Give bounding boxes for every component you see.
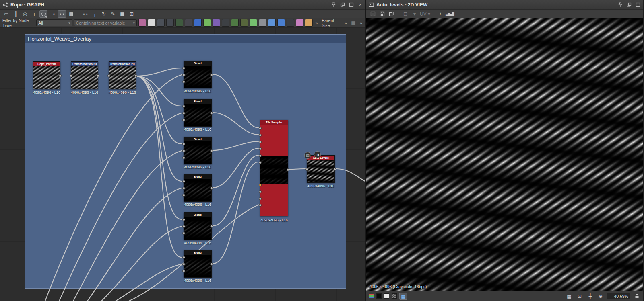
copy-image-icon[interactable]: [387, 10, 395, 18]
output-connector[interactable]: [134, 74, 137, 77]
output-connector[interactable]: [59, 74, 62, 77]
output-connector[interactable]: [210, 225, 213, 228]
quick-view-doc-icon[interactable]: ▤: [304, 152, 311, 159]
input-connector[interactable]: [182, 74, 185, 76]
filter-gradient-map-icon[interactable]: [194, 19, 202, 27]
transform-tool-icon[interactable]: ⊡: [401, 10, 409, 18]
comment-icon[interactable]: ▤: [67, 10, 75, 18]
filter-curve-icon[interactable]: [175, 19, 183, 27]
filter-uniform-color-icon[interactable]: [138, 19, 146, 27]
input-connector[interactable]: [259, 154, 262, 157]
node-transformation-2d[interactable]: Transformation 2D: [109, 61, 136, 89]
node-blend[interactable]: Blend: [184, 250, 212, 278]
filter-directional-warp-icon[interactable]: [166, 19, 174, 27]
filter-warning-icon[interactable]: [305, 19, 313, 27]
output-connector[interactable]: [210, 187, 213, 190]
input-connector[interactable]: [182, 270, 185, 272]
input-connector[interactable]: [182, 180, 185, 183]
input-connector[interactable]: [182, 218, 185, 221]
search-text-dropdown[interactable]: Containing text or variable ▾: [74, 19, 137, 26]
input-connector[interactable]: [182, 143, 185, 145]
save-image-icon[interactable]: [378, 10, 386, 18]
highlighted-input-connector[interactable]: [259, 184, 262, 186]
overflow-chevron[interactable]: »: [359, 20, 363, 25]
input-connector[interactable]: [259, 134, 262, 137]
frame-header[interactable]: Horizontal_Weave_Overlay: [25, 35, 346, 43]
filter-normal-icon[interactable]: [250, 19, 257, 27]
elbow-link-icon[interactable]: ┐: [91, 10, 99, 18]
node-transformation-2d[interactable]: Transformation 2D: [71, 61, 98, 89]
output-connector[interactable]: [210, 263, 213, 266]
transform-dropdown-icon[interactable]: ▾: [411, 10, 419, 18]
input-connector[interactable]: [259, 127, 262, 130]
filter-hsl-icon[interactable]: [213, 19, 220, 27]
filter-grid-icon[interactable]: [222, 19, 229, 27]
input-connector[interactable]: [259, 197, 262, 200]
node-tile-sampler[interactable]: Tile Sampler: [260, 120, 288, 216]
input-connector[interactable]: [182, 194, 185, 197]
output-connector[interactable]: [287, 168, 289, 171]
pan-view-icon[interactable]: ╋: [586, 293, 594, 300]
background-black-swatch[interactable]: [376, 293, 382, 299]
new-view-icon[interactable]: [369, 10, 377, 18]
background-checker-swatch[interactable]: [392, 293, 397, 299]
pen-icon[interactable]: ✎: [109, 10, 117, 18]
filter-sphere-icon[interactable]: [259, 19, 266, 27]
input-connector[interactable]: [107, 74, 110, 77]
output-connector[interactable]: [210, 112, 213, 115]
input-connector[interactable]: [305, 168, 308, 171]
input-connector[interactable]: [182, 187, 185, 190]
input-connector[interactable]: [259, 190, 262, 193]
node-type-dropdown[interactable]: All ▾: [36, 19, 72, 26]
node-blend[interactable]: Blend: [184, 212, 212, 240]
input-connector[interactable]: [182, 232, 185, 235]
output-connector[interactable]: [210, 74, 213, 76]
filter-height-to-normal-icon[interactable]: [268, 19, 276, 27]
parent-size-chevron[interactable]: »: [344, 20, 348, 25]
zoom-value[interactable]: 40.69%: [607, 293, 630, 299]
texture-viewport[interactable]: [366, 18, 643, 291]
info-icon[interactable]: i: [30, 10, 38, 18]
filter-gradient-icon[interactable]: [203, 19, 211, 27]
node-blend[interactable]: Blend: [184, 137, 212, 164]
input-connector[interactable]: [182, 80, 185, 83]
filter-add-icon[interactable]: [231, 19, 239, 27]
output-connector[interactable]: [97, 74, 99, 77]
close-icon[interactable]: ×: [357, 2, 363, 8]
center-view-icon[interactable]: ⊕: [597, 293, 605, 300]
input-connector[interactable]: [182, 112, 185, 115]
maximize-icon[interactable]: [349, 2, 354, 8]
input-connector[interactable]: [259, 141, 262, 143]
pin-icon[interactable]: [331, 2, 336, 8]
filter-blend-icon[interactable]: [148, 19, 155, 27]
filter-combine-icon[interactable]: [240, 19, 248, 27]
maximize-icon[interactable]: [635, 2, 641, 8]
input-connector[interactable]: [182, 256, 185, 259]
input-connector[interactable]: [259, 204, 262, 207]
input-connector[interactable]: [259, 161, 262, 164]
thumbnails-icon[interactable]: ▦: [118, 10, 126, 18]
input-connector[interactable]: [182, 149, 185, 152]
link-mode-icon[interactable]: ⊸: [49, 10, 57, 18]
input-connector[interactable]: [70, 74, 72, 77]
lock-zoom-icon[interactable]: [633, 293, 641, 300]
channels-icon[interactable]: [369, 294, 374, 298]
filter-checker-icon[interactable]: [296, 19, 303, 27]
filter-normal-sphere-icon[interactable]: [277, 19, 285, 27]
fit-view-icon[interactable]: ▭: [2, 10, 10, 18]
histogram-icon[interactable]: ▂▅▃▇: [446, 10, 454, 18]
size-option-icon[interactable]: ▦: [349, 19, 357, 27]
filter-levels-icon[interactable]: [185, 19, 192, 27]
connect-icon[interactable]: ⊶: [81, 10, 89, 18]
filter-value-icon[interactable]: [287, 19, 294, 27]
compact-nodes-icon[interactable]: ⊷: [58, 10, 66, 18]
node-rope-pattern[interactable]: Rope_Pattern: [33, 61, 60, 89]
background-white-swatch[interactable]: [384, 293, 389, 299]
pan-icon[interactable]: ╋: [12, 10, 20, 18]
node-blend[interactable]: Blend: [184, 61, 212, 88]
snapshot-icon[interactable]: ◎: [21, 10, 29, 18]
node-blend[interactable]: Blend: [184, 99, 212, 127]
input-connector[interactable]: [182, 225, 185, 228]
fit-image-icon[interactable]: ⊡: [576, 293, 584, 300]
pin-icon[interactable]: [617, 2, 623, 8]
